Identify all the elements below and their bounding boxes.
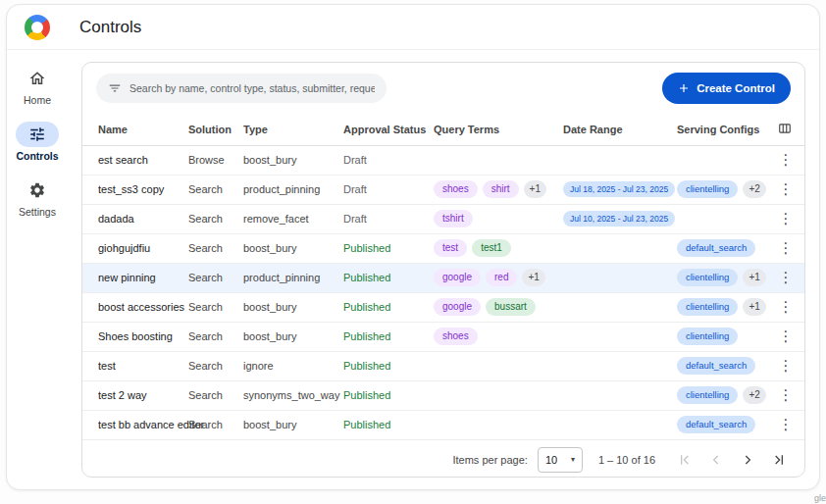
row-menu-button[interactable]: ⋮ (775, 355, 797, 377)
date-range-cell (563, 410, 677, 439)
google-cloud-logo-icon (25, 15, 50, 40)
column-header-type: Type (243, 114, 343, 145)
main-content: Create Control Name Solution Type Approv… (68, 50, 819, 489)
row-menu-button[interactable]: ⋮ (775, 208, 797, 229)
chevron-down-icon: ▾ (571, 455, 575, 464)
serving-config-chip: default_search (677, 239, 755, 257)
control-type: boost_bury (243, 292, 343, 322)
control-type: product_pinning (243, 263, 343, 292)
page-watermark: gle (814, 493, 826, 503)
table-row[interactable]: new pinning Search product_pinning Publi… (82, 263, 804, 292)
control-type: remove_facet (243, 204, 343, 233)
serving-config-chip: clientelling (677, 298, 738, 316)
app-window: Controls Home Controls Settings (6, 4, 820, 490)
control-name: est search (82, 145, 188, 175)
table-row[interactable]: dadada Search remove_facet Draft tshirt … (82, 204, 804, 233)
create-control-button[interactable]: Create Control (662, 73, 791, 104)
date-range-chip: Jul 10, 2025 - Jul 23, 2025 (563, 211, 675, 227)
row-menu-button[interactable]: ⋮ (775, 384, 797, 406)
last-page-icon (771, 452, 787, 468)
control-type: boost_bury (243, 322, 343, 351)
items-per-page-label: Items per page: (452, 454, 527, 466)
row-menu-button[interactable]: ⋮ (775, 414, 797, 435)
control-name: Shoes boosting (82, 322, 188, 351)
sidebar-item-home[interactable]: Home (16, 66, 59, 106)
serving-config-chip: default_search (677, 416, 755, 433)
query-terms-cell (434, 145, 563, 175)
query-terms-overflow-chip: +1 (524, 180, 546, 198)
table-row[interactable]: test 2 way Search synonyms_two_way Publi… (82, 380, 804, 410)
query-terms-cell: googlered+1 (434, 263, 563, 292)
control-solution: Search (188, 351, 243, 380)
date-range-cell (563, 292, 677, 322)
approval-status: Published (343, 263, 434, 292)
previous-page-button[interactable] (708, 451, 726, 469)
serving-configs-overflow-chip: +1 (743, 298, 765, 316)
chevron-right-icon (740, 452, 755, 468)
query-terms-cell: googlebussart (434, 292, 563, 322)
approval-status: Published (343, 380, 434, 410)
date-range-cell (563, 380, 677, 410)
row-menu-button[interactable]: ⋮ (775, 296, 797, 318)
control-solution: Search (188, 233, 243, 263)
last-page-button[interactable] (771, 451, 789, 469)
serving-config-chip: clientelling (677, 269, 738, 286)
query-term-chip: test (434, 239, 467, 257)
control-name: boost accessories (82, 292, 188, 322)
page-title: Controls (79, 18, 141, 37)
table-row[interactable]: test bb advance editor Search boost_bury… (82, 410, 804, 439)
table-row[interactable]: giohgujdfiu Search boost_bury Published … (82, 233, 804, 263)
create-control-label: Create Control (697, 82, 775, 94)
column-header-date-range: Date Range (563, 114, 677, 145)
date-range-cell (563, 322, 677, 351)
control-name: giohgujdfiu (82, 233, 188, 263)
control-solution: Search (188, 175, 243, 204)
row-menu-button[interactable]: ⋮ (775, 326, 797, 347)
serving-configs-cell: clientelling+1 (677, 263, 775, 292)
control-name: test (82, 351, 188, 380)
sidebar-item-settings[interactable]: Settings (16, 177, 59, 218)
controls-table: Name Solution Type Approval Status Query… (82, 114, 804, 440)
first-page-button[interactable] (677, 451, 695, 469)
query-terms-cell (434, 380, 563, 410)
table-row[interactable]: est search Browse boost_bury Draft ⋮ (82, 145, 804, 175)
query-term-chip: shirt (483, 180, 519, 198)
row-menu-button[interactable]: ⋮ (775, 178, 797, 200)
approval-status: Published (343, 233, 434, 263)
controls-table-body: est search Browse boost_bury Draft ⋮ tes… (82, 145, 804, 439)
sidebar-item-label: Controls (16, 150, 58, 162)
table-row[interactable]: test Search ignore Published default_sea… (82, 351, 804, 380)
approval-status: Draft (343, 204, 434, 233)
serving-config-chip: clientelling (677, 180, 738, 198)
row-menu-button[interactable]: ⋮ (775, 149, 797, 171)
table-footer: Items per page: 10 ▾ 1 – 10 of 16 (82, 440, 804, 479)
query-term-chip: google (434, 298, 481, 316)
next-page-button[interactable] (740, 451, 757, 469)
approval-status: Published (343, 322, 434, 351)
column-header-serving-configs: Serving Configs (677, 114, 775, 145)
control-solution: Browse (188, 145, 243, 175)
search-box[interactable] (96, 74, 387, 103)
items-per-page-select[interactable]: 10 ▾ (538, 447, 583, 473)
control-type: boost_bury (243, 410, 343, 439)
plus-icon (678, 82, 690, 94)
column-settings-button[interactable] (775, 122, 795, 137)
serving-configs-cell: clientelling (677, 322, 775, 351)
control-type: ignore (243, 351, 343, 380)
serving-configs-overflow-chip: +2 (743, 180, 765, 198)
table-row[interactable]: test_ss3 copy Search product_pinning Dra… (82, 175, 804, 204)
row-menu-button[interactable]: ⋮ (775, 237, 797, 259)
table-row[interactable]: Shoes boosting Search boost_bury Publish… (82, 322, 804, 351)
first-page-icon (677, 452, 693, 468)
column-header-name: Name (82, 114, 188, 145)
row-menu-button[interactable]: ⋮ (775, 267, 797, 288)
control-name: new pinning (82, 263, 188, 292)
query-term-chip: google (434, 269, 481, 286)
table-row[interactable]: boost accessories Search boost_bury Publ… (82, 292, 804, 322)
sidebar-item-controls[interactable]: Controls (16, 122, 59, 162)
gear-icon (16, 177, 59, 203)
search-input[interactable] (129, 82, 375, 94)
control-name: test_ss3 copy (82, 175, 188, 204)
pagination-range: 1 – 10 of 16 (598, 454, 655, 466)
date-range-cell: Jul 10, 2025 - Jul 23, 2025 (563, 204, 677, 233)
